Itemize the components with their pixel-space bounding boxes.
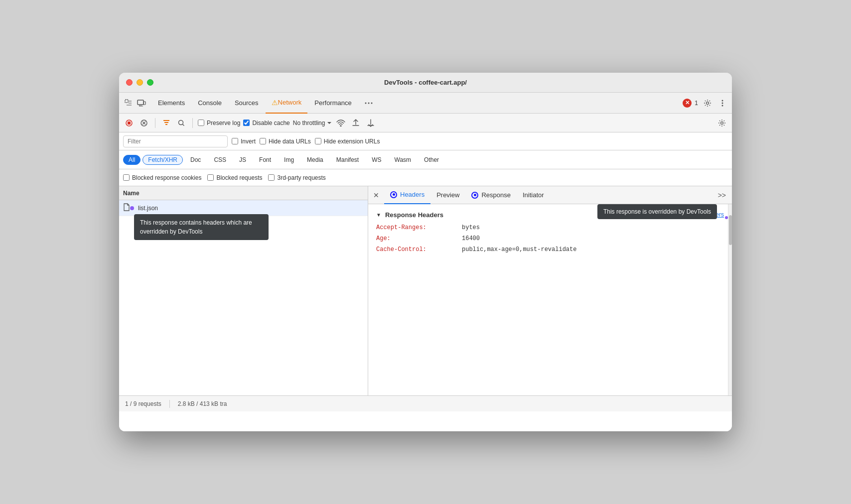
type-btn-manifest[interactable]: Manifest: [331, 155, 364, 165]
invert-checkbox[interactable]: [232, 138, 238, 144]
transferred-size: 2.8 kB / 413 kB tra: [178, 400, 227, 407]
throttle-select[interactable]: No throttling: [293, 120, 332, 126]
blocked-requests-label[interactable]: Blocked requests: [207, 174, 262, 181]
tab-headers[interactable]: Headers: [384, 186, 430, 204]
filter-icon-button[interactable]: [160, 117, 172, 129]
request-name: list.json: [138, 205, 158, 212]
stop-recording-button[interactable]: [123, 117, 135, 129]
detail-close-button[interactable]: ✕: [370, 189, 382, 201]
status-divider: [169, 400, 170, 408]
request-row[interactable]: list.json This response contains headers…: [119, 200, 368, 216]
tab-console[interactable]: Console: [192, 93, 228, 114]
svg-point-5: [371, 102, 372, 104]
type-btn-css[interactable]: CSS: [208, 155, 232, 165]
svg-rect-1: [138, 100, 143, 105]
devtools-window: DevTools - coffee-cart.app/: [119, 73, 732, 431]
type-btn-all[interactable]: All: [123, 155, 141, 165]
third-party-label[interactable]: 3rd-party requests: [268, 174, 325, 181]
detail-scrollbar[interactable]: [728, 204, 732, 395]
type-btn-font[interactable]: Font: [254, 155, 277, 165]
preserve-log-checkbox[interactable]: [198, 120, 204, 126]
svg-point-7: [722, 100, 723, 101]
svg-rect-11: [128, 122, 131, 125]
tab-response[interactable]: Response: [465, 186, 517, 204]
response-tooltip: This response is overridden by DevTools: [597, 204, 717, 219]
responsive-icon[interactable]: [136, 98, 147, 109]
tab-more-button[interactable]: >>: [714, 191, 730, 199]
toolbar-icons: [123, 98, 147, 109]
blocked-requests-checkbox[interactable]: [207, 174, 214, 181]
clear-button[interactable]: [138, 117, 150, 129]
settings-icon[interactable]: [702, 98, 713, 109]
response-override-icon: [471, 192, 478, 199]
request-list: Name list.json: [119, 186, 368, 395]
header-row-cache-control: Cache-Control: public,max-age=0,must-rev…: [376, 246, 724, 253]
svg-point-6: [707, 102, 709, 104]
svg-point-14: [340, 126, 341, 126]
type-btn-ws[interactable]: WS: [366, 155, 387, 165]
request-tooltip: This response contains headers which are…: [134, 214, 269, 240]
invert-label[interactable]: Invert: [232, 138, 256, 145]
disable-cache-label[interactable]: Disable cache: [243, 120, 289, 126]
tab-right-actions: ✕ 1: [683, 98, 728, 109]
traffic-lights: [126, 79, 153, 86]
svg-point-13: [179, 120, 183, 125]
more-icon[interactable]: [717, 98, 728, 109]
minimize-button[interactable]: [137, 79, 143, 86]
search-button[interactable]: [175, 117, 187, 129]
blocked-row: Blocked response cookies Blocked request…: [119, 169, 732, 186]
type-btn-img[interactable]: Img: [279, 155, 299, 165]
svg-point-8: [722, 102, 723, 104]
tab-preview[interactable]: Preview: [430, 186, 465, 204]
type-btn-media[interactable]: Media: [301, 155, 329, 165]
third-party-checkbox[interactable]: [268, 174, 275, 181]
tab-performance[interactable]: Performance: [308, 93, 357, 114]
section-title: Response Headers: [385, 211, 443, 219]
svg-rect-0: [125, 100, 128, 103]
svg-point-15: [721, 122, 723, 124]
disable-cache-checkbox[interactable]: [243, 120, 250, 126]
settings-toolbar-icon[interactable]: [716, 117, 728, 129]
filter-row: Invert Hide data URLs Hide extension URL…: [119, 132, 732, 150]
tab-elements[interactable]: Elements: [152, 93, 191, 114]
tab-more[interactable]: [359, 93, 379, 114]
blocked-cookies-checkbox[interactable]: [123, 174, 130, 181]
hide-ext-label[interactable]: Hide extension URLs: [315, 138, 380, 145]
main-area: Name list.json: [119, 186, 732, 395]
devtools-body: Elements Console Sources ⚠ Network Perfo…: [119, 93, 732, 431]
upload-icon[interactable]: [350, 117, 362, 129]
request-list-body: list.json This response contains headers…: [119, 200, 368, 395]
download-icon[interactable]: [365, 117, 377, 129]
headers-override-icon: [390, 191, 397, 198]
type-btn-fetch-xhr[interactable]: Fetch/XHR: [142, 155, 183, 165]
blocked-cookies-label[interactable]: Blocked response cookies: [123, 174, 201, 181]
tab-network[interactable]: ⚠ Network: [266, 93, 308, 114]
header-row-accept-ranges: Accept-Ranges: bytes: [376, 224, 724, 231]
top-tab-bar: Elements Console Sources ⚠ Network Perfo…: [119, 93, 732, 114]
svg-point-9: [722, 105, 723, 106]
type-btn-js[interactable]: JS: [234, 155, 252, 165]
type-btn-wasm[interactable]: Wasm: [389, 155, 417, 165]
tab-initiator[interactable]: Initiator: [517, 186, 550, 204]
type-btn-doc[interactable]: Doc: [185, 155, 206, 165]
requests-count: 1 / 9 requests: [125, 400, 161, 407]
hide-ext-checkbox[interactable]: [315, 138, 321, 144]
preserve-log-label[interactable]: Preserve log: [198, 120, 240, 126]
tab-sources[interactable]: Sources: [229, 93, 265, 114]
status-bar: 1 / 9 requests 2.8 kB / 413 kB tra: [119, 395, 732, 411]
hide-data-urls-checkbox[interactable]: [260, 138, 266, 144]
detail-tab-bar: ✕ Headers Preview Response: [368, 186, 732, 204]
title-bar: DevTools - coffee-cart.app/: [119, 73, 732, 93]
filter-input[interactable]: [123, 135, 228, 147]
hide-data-urls-label[interactable]: Hide data URLs: [260, 138, 311, 145]
detail-panel: ✕ Headers Preview Response: [368, 186, 732, 395]
error-badge: ✕: [683, 99, 692, 108]
type-filter-row: All Fetch/XHR Doc CSS JS Font Img Media …: [119, 150, 732, 169]
type-btn-other[interactable]: Other: [419, 155, 444, 165]
cursor-icon[interactable]: [123, 98, 134, 109]
override-dot: [130, 206, 134, 210]
maximize-button[interactable]: [147, 79, 153, 86]
header-row-age: Age: 16400: [376, 235, 724, 242]
close-button[interactable]: [126, 79, 133, 86]
request-list-header: Name: [119, 186, 368, 200]
